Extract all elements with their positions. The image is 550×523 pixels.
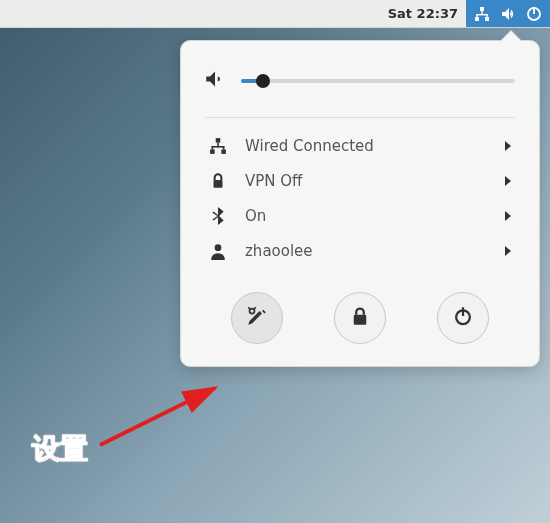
- svg-rect-21: [462, 307, 464, 316]
- svg-rect-6: [486, 14, 487, 17]
- power-button[interactable]: [437, 292, 489, 344]
- svg-point-17: [215, 244, 222, 251]
- settings-button[interactable]: [231, 292, 283, 344]
- vpn-label: VPN Off: [245, 172, 487, 190]
- slider-thumb[interactable]: [256, 74, 270, 88]
- annotation-arrow: [90, 380, 240, 460]
- user-menu-item[interactable]: zhaoolee: [205, 233, 515, 268]
- slider-track: [241, 79, 515, 83]
- svg-line-22: [100, 388, 215, 445]
- volume-slider[interactable]: [241, 73, 515, 89]
- user-label: zhaoolee: [245, 242, 487, 260]
- volume-icon: [205, 69, 225, 93]
- volume-row: [205, 63, 515, 113]
- network-tray-icon[interactable]: [474, 6, 490, 22]
- svg-rect-19: [354, 315, 367, 325]
- svg-rect-1: [475, 17, 479, 21]
- system-tray[interactable]: [466, 0, 550, 27]
- network-menu-item[interactable]: Wired Connected: [205, 128, 515, 163]
- user-icon: [207, 242, 229, 260]
- volume-tray-icon[interactable]: [500, 6, 516, 22]
- power-icon: [453, 306, 473, 330]
- bluetooth-icon: [207, 207, 229, 225]
- svg-rect-11: [221, 149, 226, 154]
- svg-rect-15: [223, 146, 225, 149]
- system-menu-popover: Wired Connected VPN Off On zhaoolee: [180, 40, 540, 367]
- power-tray-icon[interactable]: [526, 6, 542, 22]
- clock: Sat 22:37: [388, 6, 458, 21]
- chevron-right-icon: [503, 206, 513, 225]
- bluetooth-menu-item[interactable]: On: [205, 198, 515, 233]
- svg-rect-13: [212, 146, 225, 148]
- network-icon: [207, 137, 229, 155]
- svg-rect-9: [216, 138, 221, 143]
- vpn-icon: [207, 172, 229, 190]
- svg-rect-16: [214, 179, 223, 187]
- svg-rect-0: [480, 7, 484, 11]
- chevron-right-icon: [503, 241, 513, 260]
- svg-rect-14: [212, 146, 214, 149]
- lock-button[interactable]: [334, 292, 386, 344]
- settings-icon: [247, 306, 267, 330]
- svg-rect-5: [476, 14, 477, 17]
- vpn-menu-item[interactable]: VPN Off: [205, 163, 515, 198]
- chevron-right-icon: [503, 136, 513, 155]
- network-label: Wired Connected: [245, 137, 487, 155]
- action-button-row: [205, 292, 515, 344]
- divider: [205, 117, 515, 118]
- top-bar: Sat 22:37: [0, 0, 550, 28]
- annotation-label: 设置: [32, 430, 88, 468]
- chevron-right-icon: [503, 171, 513, 190]
- svg-rect-4: [476, 14, 487, 15]
- svg-rect-8: [533, 7, 535, 14]
- lock-icon: [350, 306, 370, 330]
- svg-rect-2: [485, 17, 489, 21]
- svg-rect-10: [210, 149, 215, 154]
- bluetooth-label: On: [245, 207, 487, 225]
